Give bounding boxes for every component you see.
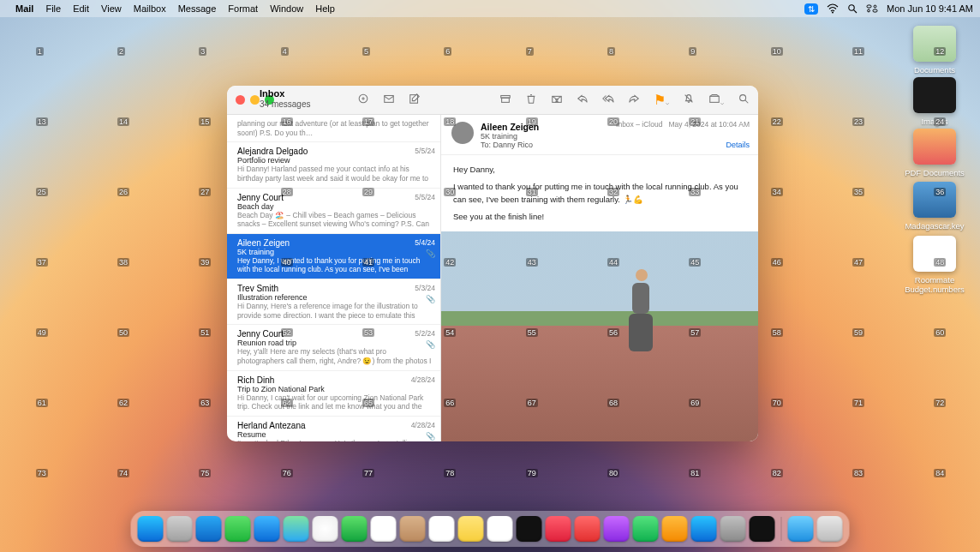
reader-to-label: To: xyxy=(481,141,491,149)
reply-icon[interactable] xyxy=(577,93,589,108)
grid-number: 5 xyxy=(362,47,370,56)
desktop-file-keynote[interactable]: Madagascar.key xyxy=(905,182,965,231)
control-center-icon[interactable] xyxy=(866,3,878,14)
grid-number: 25 xyxy=(36,188,48,196)
msg-preview: Hi Danny! Harland passed me your contact… xyxy=(237,165,433,183)
menu-help[interactable]: Help xyxy=(315,3,335,14)
menu-message[interactable]: Message xyxy=(178,3,217,14)
menu-app[interactable]: Mail xyxy=(15,3,33,14)
grid-number: 49 xyxy=(36,328,48,337)
msg-date: 5/2/24 xyxy=(415,329,435,338)
dock-app-downloads[interactable] xyxy=(788,516,814,542)
spotlight-icon[interactable] xyxy=(847,3,858,14)
message-row[interactable]: Trev Smith5/3/24📎Illustration referenceH… xyxy=(227,279,440,325)
sender-avatar[interactable] xyxy=(451,122,474,144)
message-row[interactable]: Alejandra Delgado5/5/24Portfolio reviewH… xyxy=(227,142,440,188)
dock-app-maps[interactable] xyxy=(284,516,309,542)
dock-app-messages[interactable] xyxy=(225,516,251,542)
menu-window[interactable]: Window xyxy=(270,3,303,14)
flag-icon[interactable]: ⚑⌵ xyxy=(654,92,669,108)
attachment-image[interactable] xyxy=(441,231,758,441)
move-icon[interactable]: ⌵ xyxy=(708,93,724,108)
dock-app-launchpad[interactable] xyxy=(167,516,193,542)
dock-app-facetime[interactable] xyxy=(342,516,368,542)
dock-app-music[interactable] xyxy=(546,516,571,542)
menu-format[interactable]: Format xyxy=(228,3,258,14)
dock-app-news[interactable] xyxy=(575,516,601,542)
dock-app-iphone-mirroring[interactable] xyxy=(750,516,775,542)
grid-number: 63 xyxy=(199,399,211,407)
dock-app-calendar[interactable] xyxy=(371,516,397,542)
menu-view[interactable]: View xyxy=(101,3,122,14)
message-row[interactable]: Rich Dinh4/28/24Trip to Zion National Pa… xyxy=(227,371,440,417)
message-row[interactable]: planning our next adventure (or at least… xyxy=(227,115,440,142)
window-minimize-button[interactable] xyxy=(250,95,260,105)
grid-number: 78 xyxy=(444,469,456,477)
desktop-file-numbers[interactable]: Roommate Budget.numbers xyxy=(905,236,965,294)
runner-figure xyxy=(625,269,660,363)
screen-mirroring-icon[interactable]: ⇅ xyxy=(804,3,818,15)
compose-icon[interactable] xyxy=(409,93,421,108)
attachment-icon: 📎 xyxy=(426,249,435,258)
dock-app-contacts[interactable] xyxy=(400,516,426,542)
grid-number: 73 xyxy=(36,469,48,477)
menubar-clock[interactable]: Mon Jun 10 9:41 AM xyxy=(887,3,973,14)
wifi-icon[interactable] xyxy=(827,3,839,14)
search-icon[interactable] xyxy=(738,93,750,108)
desktop-folder-documents[interactable]: Documents xyxy=(905,26,965,75)
titlebar[interactable]: Inbox 34 messages ⚑⌵ ⌵ xyxy=(227,86,758,115)
dock-app-app-store[interactable] xyxy=(691,516,717,542)
dock-app-trash[interactable] xyxy=(817,516,843,542)
menu-mailbox[interactable]: Mailbox xyxy=(134,3,166,14)
grid-number: 47 xyxy=(852,258,864,267)
trash-icon[interactable] xyxy=(525,93,537,108)
msg-preview: Hey Danny, I wanted to thank you for put… xyxy=(237,256,433,274)
grid-number: 77 xyxy=(362,469,374,477)
dock-app-system-settings[interactable] xyxy=(720,516,746,542)
dock-app-freeform[interactable] xyxy=(487,516,513,542)
msg-subject: Reunion road trip xyxy=(237,339,433,347)
forward-icon[interactable] xyxy=(628,93,640,108)
menu-edit[interactable]: Edit xyxy=(73,3,89,14)
junk-icon[interactable] xyxy=(551,93,563,108)
dock-app-safari[interactable] xyxy=(196,516,222,542)
envelope-icon[interactable] xyxy=(383,93,395,108)
msg-from: Jenny Court xyxy=(237,193,433,202)
dock-app-photos[interactable] xyxy=(313,516,338,542)
svg-point-0 xyxy=(832,12,834,14)
desktop-folder-pdf[interactable]: PDF Documents xyxy=(905,129,965,177)
dock-app-shortcuts[interactable] xyxy=(633,516,659,542)
dock-app-mail[interactable] xyxy=(254,516,280,542)
message-row[interactable]: Jenny Court5/2/24📎Reunion road tripHey, … xyxy=(227,325,440,370)
window-close-button[interactable] xyxy=(236,95,245,105)
dock-app-tv[interactable] xyxy=(517,516,542,542)
dock-app-reminders[interactable] xyxy=(429,516,455,542)
details-link[interactable]: Details xyxy=(726,141,750,149)
grid-number: 27 xyxy=(199,188,211,196)
message-row[interactable]: Jenny Court5/5/24Beach dayBeach Day 🏖️ –… xyxy=(227,189,440,234)
desktop-label: Documents xyxy=(905,65,965,75)
dock-app-notes[interactable] xyxy=(458,516,484,542)
mute-icon[interactable] xyxy=(683,93,695,108)
attachment-icon: 📎 xyxy=(426,295,435,303)
msg-preview: Beach Day 🏖️ – Chill vibes – Beach games… xyxy=(237,211,433,229)
dock-app-podcasts[interactable] xyxy=(604,516,630,542)
dock-app-pages[interactable] xyxy=(662,516,688,542)
body-greeting: Hey Danny, xyxy=(453,164,746,176)
grid-number: 46 xyxy=(771,258,783,267)
message-row[interactable]: Herland Antezana4/28/24📎ResumeI've attac… xyxy=(227,417,440,441)
msg-from: Alejandra Delgado xyxy=(237,147,433,156)
dock xyxy=(131,511,850,547)
msg-subject: Trip to Zion National Park xyxy=(237,385,433,393)
grid-number: 38 xyxy=(117,258,129,267)
menu-file[interactable]: File xyxy=(45,3,61,14)
desktop-folder-images[interactable]: Images xyxy=(905,77,965,126)
archive-icon[interactable] xyxy=(499,93,511,108)
msg-preview: Hey, y'all! Here are my selects (that's … xyxy=(237,347,433,365)
message-row[interactable]: Aileen Zeigen5/4/24📎5K trainingHey Danny… xyxy=(227,234,440,279)
dock-app-finder[interactable] xyxy=(138,516,164,542)
message-list[interactable]: planning our next adventure (or at least… xyxy=(227,115,441,441)
reply-all-icon[interactable] xyxy=(602,93,614,108)
filter-icon[interactable] xyxy=(357,93,369,108)
desktop-label: Madagascar.key xyxy=(905,221,965,231)
